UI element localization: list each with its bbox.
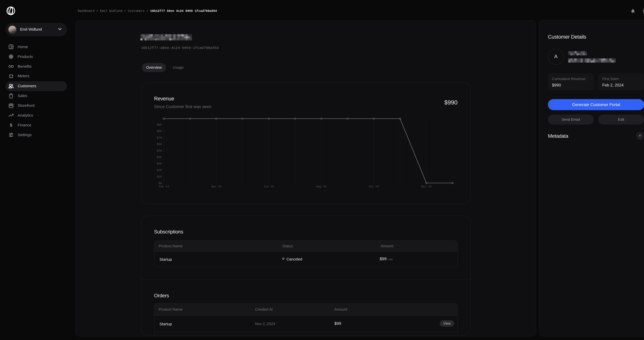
svg-text:$90: $90 [157, 123, 162, 126]
svg-text:$60: $60 [157, 143, 162, 146]
svg-text:$10: $10 [157, 175, 162, 178]
svg-text:Aug 24: Aug 24 [316, 185, 326, 188]
svg-text:$20: $20 [157, 169, 162, 172]
svg-text:Feb 24: Feb 24 [159, 185, 169, 188]
svg-text:$40: $40 [157, 156, 162, 159]
svg-text:$50: $50 [157, 149, 162, 152]
svg-text:$80: $80 [157, 130, 162, 133]
svg-text:Dec 24: Dec 24 [421, 185, 431, 188]
svg-text:$0: $0 [158, 182, 162, 185]
svg-text:$: $ [10, 122, 12, 127]
svg-text:Oct 24: Oct 24 [369, 185, 379, 188]
svg-text:$30: $30 [157, 162, 162, 165]
svg-text:Apr 24: Apr 24 [211, 185, 222, 188]
svg-text:$70: $70 [157, 136, 162, 139]
svg-text:Jun 24: Jun 24 [264, 185, 274, 188]
